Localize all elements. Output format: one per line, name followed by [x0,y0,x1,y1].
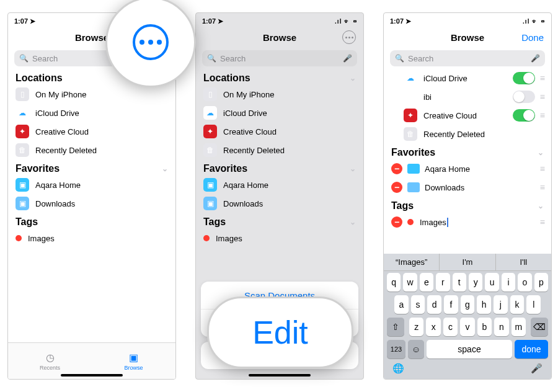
key-d[interactable]: d [427,295,441,314]
key-a[interactable]: a [394,295,409,314]
section-header-tags[interactable]: Tags⌄ [384,197,551,213]
number-key[interactable]: 123 [387,340,405,359]
key-y[interactable]: y [469,273,482,292]
dictation-key[interactable]: 🎤 [531,363,542,374]
drag-handle-icon[interactable]: ≡ [540,217,544,227]
more-button[interactable] [342,30,356,44]
location-recently-deleted[interactable]: 🗑Recently Deleted [8,141,175,159]
status-icons: .ıl ᯤ ▭ [335,18,357,25]
key-g[interactable]: g [461,295,475,314]
location-creative-cloud: ✦ Creative Cloud ≡ [384,106,551,125]
section-header-favorites[interactable]: Favorites⌄ [8,159,175,176]
key-o[interactable]: o [518,273,531,292]
key-v[interactable]: v [460,318,474,336]
keyboard: “Images” I'm I'll qwertyuiop asdfghjkl ⇧… [384,254,551,379]
tag-images[interactable]: Images [196,229,363,247]
section-header-tags[interactable]: Tags⌄ [196,213,363,229]
section-header-locations[interactable]: Locations⌄ [196,69,363,85]
key-c[interactable]: c [443,318,458,336]
delete-button[interactable]: − [391,163,402,174]
drag-handle-icon[interactable]: ≡ [540,92,544,102]
mic-icon[interactable]: 🎤 [531,54,540,63]
folder-icon: ▣ [203,197,217,210]
favorite-downloads[interactable]: ▣Downloads [196,194,363,213]
chevron-down-icon: ⌄ [350,218,356,226]
location-icloud-drive[interactable]: ☁︎iCloud Drive [8,104,175,122]
delete-button[interactable]: − [391,182,402,193]
search-icon: 🔍 [207,54,216,63]
tag-name-input[interactable]: Images [420,218,540,227]
suggestion[interactable]: “Images” [384,254,440,270]
toggle-icloud[interactable] [513,72,535,84]
drag-handle-icon[interactable]: ≡ [540,110,544,120]
suggestion[interactable]: I'm [440,254,495,270]
callout-edit: Edit [207,296,353,368]
location-on-my-iphone[interactable]: ▯On My iPhone [196,85,363,104]
key-e[interactable]: e [420,273,433,292]
location-on-my-iphone[interactable]: ▯On My iPhone [8,85,175,104]
chevron-down-icon: ⌄ [538,148,544,157]
key-b[interactable]: b [477,318,492,336]
location-ibi: ibi ibi ≡ [384,87,551,106]
search-input[interactable]: 🔍 Search 🎤 [390,50,545,66]
home-indicator[interactable] [249,374,311,376]
key-m[interactable]: m [512,318,526,336]
phone-icon: ▯ [16,87,29,101]
more-icon [133,24,169,60]
key-f[interactable]: f [444,295,458,314]
location-creative-cloud[interactable]: ✦Creative Cloud [8,122,175,141]
drag-handle-icon[interactable]: ≡ [540,182,544,192]
backspace-key[interactable]: ⌫ [531,318,548,336]
location-icon: ➤ [218,17,223,25]
delete-button[interactable]: − [391,216,402,228]
drag-handle-icon[interactable]: ≡ [540,164,544,174]
favorite-aqara-home[interactable]: ▣Aqara Home [196,176,363,194]
toggle-cc[interactable] [513,109,535,122]
location-icloud-drive[interactable]: ☁︎iCloud Drive [196,104,363,122]
shift-key[interactable]: ⇧ [387,318,404,336]
favorite-aqara-home[interactable]: ▣Aqara Home [8,176,175,194]
home-indicator[interactable] [61,374,123,376]
key-x[interactable]: x [426,318,440,336]
key-z[interactable]: z [409,318,423,336]
favorite-downloads[interactable]: ▣Downloads [8,194,175,213]
key-r[interactable]: r [436,273,450,292]
search-input[interactable]: 🔍 Search 🎤 [202,50,357,66]
section-header-favorites[interactable]: Favorites⌄ [196,159,363,176]
done-key[interactable]: done [515,340,548,359]
key-n[interactable]: n [494,318,508,336]
section-header-tags[interactable]: Tags [8,213,175,229]
chevron-down-icon: ⌄ [162,164,168,173]
location-icloud-drive: ☁︎ iCloud Drive ≡ [384,69,551,87]
icloud-icon: ☁︎ [16,106,29,120]
mic-icon[interactable]: 🎤 [343,54,352,63]
key-s[interactable]: s [411,295,425,314]
creative-cloud-icon: ✦ [203,125,217,138]
chevron-down-icon: ⌄ [538,202,544,210]
emoji-key[interactable]: ☺ [408,340,424,359]
key-t[interactable]: t [453,273,466,292]
ibi-icon: ibi [404,90,417,104]
key-k[interactable]: k [510,295,525,314]
key-w[interactable]: w [403,273,417,292]
drag-handle-icon[interactable]: ≡ [540,73,544,83]
key-l[interactable]: l [526,295,541,314]
key-q[interactable]: q [387,273,401,292]
location-creative-cloud[interactable]: ✦Creative Cloud [196,122,363,141]
trash-icon: 🗑 [16,143,29,157]
key-i[interactable]: i [502,273,515,292]
chevron-down-icon: ⌄ [350,164,356,173]
done-button[interactable]: Done [521,32,544,43]
key-u[interactable]: u [485,273,498,292]
globe-key[interactable]: 🌐 [392,363,404,374]
key-p[interactable]: p [534,273,548,292]
tag-color-icon [407,219,414,225]
location-recently-deleted[interactable]: 🗑Recently Deleted [196,141,363,159]
section-header-favorites[interactable]: Favorites⌄ [384,143,551,159]
tag-images[interactable]: Images [8,229,175,247]
toggle-ibi[interactable] [513,91,535,103]
space-key[interactable]: space [427,340,512,359]
key-h[interactable]: h [477,295,491,314]
suggestion[interactable]: I'll [496,254,551,270]
key-j[interactable]: j [494,295,508,314]
